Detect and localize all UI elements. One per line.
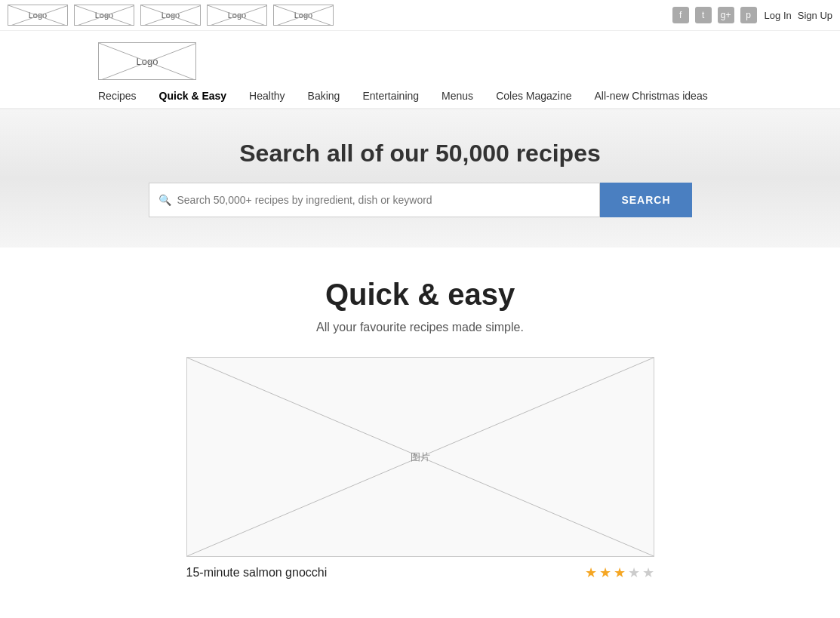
top-bar: Logo Logo Logo Logo Logo f t g+ p Log In… bbox=[0, 0, 840, 31]
search-icon: 🔍 bbox=[158, 194, 171, 206]
recipe-card-bottom: 15-minute salmon gnocchi ★ ★ ★ ★ ★ bbox=[186, 557, 654, 589]
googleplus-icon[interactable]: g+ bbox=[718, 7, 734, 23]
page-title: Quick & easy bbox=[98, 278, 742, 312]
top-logo-1[interactable]: Logo bbox=[8, 5, 68, 26]
login-link[interactable]: Log In bbox=[765, 10, 792, 21]
star-rating: ★ ★ ★ ★ ★ bbox=[585, 564, 654, 581]
twitter-icon[interactable]: t bbox=[695, 7, 712, 23]
top-logo-3[interactable]: Logo bbox=[140, 5, 201, 26]
social-icons: f t g+ p bbox=[672, 7, 757, 23]
nav-healthy[interactable]: Healthy bbox=[249, 90, 285, 102]
nav-baking[interactable]: Baking bbox=[308, 90, 340, 102]
top-logo-5[interactable]: Logo bbox=[273, 5, 334, 26]
top-logo-2[interactable]: Logo bbox=[74, 5, 134, 26]
page-subtitle: All your favourite recipes made simple. bbox=[98, 321, 742, 334]
search-input[interactable] bbox=[177, 183, 591, 217]
search-button[interactable]: SEARCH bbox=[600, 183, 691, 217]
search-bar: 🔍 SEARCH bbox=[149, 183, 692, 217]
main-nav: Recipes Quick & Easy Healthy Baking Ente… bbox=[0, 84, 840, 109]
recipe-title: 15-minute salmon gnocchi bbox=[186, 566, 328, 580]
star-1: ★ bbox=[585, 564, 597, 581]
nav-entertaining[interactable]: Entertaining bbox=[362, 90, 419, 102]
svg-line-9 bbox=[274, 5, 333, 25]
top-logos: Logo Logo Logo Logo Logo bbox=[8, 5, 334, 26]
svg-line-0 bbox=[8, 5, 67, 25]
search-hero: Search all of our 50,000 recipes 🔍 SEARC… bbox=[0, 109, 840, 248]
svg-line-6 bbox=[208, 5, 266, 25]
search-hero-title: Search all of our 50,000 recipes bbox=[15, 140, 825, 168]
recipe-image[interactable]: 图片 bbox=[186, 357, 654, 557]
signup-link[interactable]: Sign Up bbox=[798, 10, 832, 21]
star-3: ★ bbox=[614, 564, 626, 581]
svg-line-7 bbox=[208, 5, 266, 25]
star-5: ★ bbox=[642, 564, 654, 581]
svg-line-5 bbox=[141, 5, 200, 25]
nav-recipes[interactable]: Recipes bbox=[98, 90, 137, 102]
svg-line-2 bbox=[75, 5, 134, 25]
svg-line-8 bbox=[274, 5, 333, 25]
svg-line-10 bbox=[99, 43, 195, 79]
svg-line-4 bbox=[141, 5, 200, 25]
facebook-icon[interactable]: f bbox=[672, 7, 689, 23]
top-logo-4[interactable]: Logo bbox=[207, 5, 267, 26]
svg-line-1 bbox=[8, 5, 67, 25]
nav-christmas[interactable]: All-new Christmas ideas bbox=[595, 90, 708, 102]
page-content: Quick & easy All your favourite recipes … bbox=[0, 248, 840, 618]
nav-menus[interactable]: Menus bbox=[442, 90, 473, 102]
search-input-wrapper: 🔍 bbox=[149, 183, 601, 217]
star-4: ★ bbox=[628, 564, 640, 581]
top-right-area: f t g+ p Log In Sign Up bbox=[672, 7, 832, 23]
svg-line-3 bbox=[75, 5, 134, 25]
star-2: ★ bbox=[599, 564, 611, 581]
nav-quick-easy[interactable]: Quick & Easy bbox=[159, 90, 227, 102]
main-logo[interactable]: Logo bbox=[98, 42, 196, 80]
auth-links: Log In Sign Up bbox=[765, 10, 832, 21]
recipe-image-placeholder: 图片 bbox=[411, 450, 430, 464]
main-logo-area: Logo bbox=[0, 31, 840, 84]
pinterest-icon[interactable]: p bbox=[740, 7, 757, 23]
nav-coles-magazine[interactable]: Coles Magazine bbox=[496, 90, 571, 102]
